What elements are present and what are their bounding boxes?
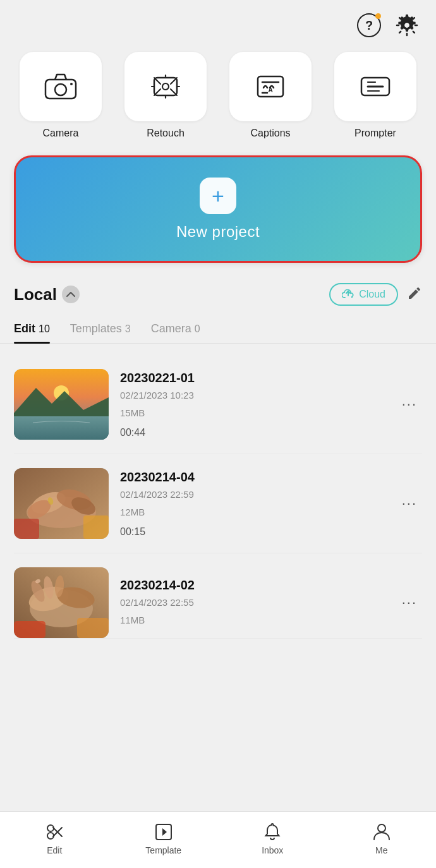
edit-pencil-button[interactable] <box>407 286 422 303</box>
pencil-icon <box>407 286 422 301</box>
project-date: 02/14/2023 22:59 <box>120 487 385 502</box>
project-size: 12MB <box>120 505 385 520</box>
tab-templates-count: 3 <box>125 323 131 334</box>
camera-label: Camera <box>43 128 79 139</box>
cloud-upload-icon <box>342 289 354 299</box>
project-item[interactable]: 20230214-04 02/14/2023 22:59 12MB 00:15 … <box>14 454 422 553</box>
nav-template-label: Template <box>145 845 181 855</box>
help-button[interactable]: ? <box>355 11 383 39</box>
camera-icon <box>44 70 77 103</box>
new-project-button[interactable]: + New project <box>14 155 422 263</box>
local-actions: Cloud <box>329 283 422 306</box>
tab-templates-label: Templates <box>70 322 125 335</box>
project-duration: 00:44 <box>120 427 385 438</box>
nav-me-label: Me <box>375 845 387 855</box>
svg-point-6 <box>162 83 169 90</box>
project-item[interactable]: 20230221-01 02/21/2023 10:23 15MB 00:44 … <box>14 355 422 454</box>
tab-templates[interactable]: Templates 3 <box>70 316 131 343</box>
local-chevron-button[interactable] <box>62 286 80 303</box>
tab-camera[interactable]: Camera 0 <box>151 316 200 343</box>
svg-rect-30 <box>14 621 45 638</box>
new-project-label: New project <box>176 223 260 241</box>
tool-retouch[interactable]: Retouch <box>116 52 215 139</box>
project-thumbnail <box>14 567 109 638</box>
captions-icon: A <box>254 70 287 103</box>
svg-point-1 <box>404 22 410 28</box>
project-info: 20230221-01 02/21/2023 10:23 15MB 00:44 <box>120 371 385 438</box>
help-icon: ? <box>357 13 381 37</box>
svg-point-33 <box>47 825 54 831</box>
svg-point-3 <box>55 84 66 95</box>
bell-icon <box>262 822 282 842</box>
project-size: 11MB <box>120 613 385 628</box>
nav-inbox[interactable]: Inbox <box>218 822 327 858</box>
project-more-button[interactable]: ··· <box>397 490 422 517</box>
project-date: 02/21/2023 10:23 <box>120 388 385 403</box>
local-title-group: Local <box>14 285 80 304</box>
tabs-row: Edit 10 Templates 3 Camera 0 <box>0 316 436 344</box>
project-date: 02/14/2023 22:55 <box>120 595 385 610</box>
project-name: 20230214-02 <box>120 578 385 593</box>
project-more-button[interactable]: ··· <box>397 589 422 616</box>
hands-thumbnail-2 <box>14 567 109 638</box>
svg-rect-39 <box>156 839 171 840</box>
tool-camera[interactable]: Camera <box>11 52 110 139</box>
notification-dot <box>375 13 381 19</box>
tools-row: Camera Retouch A Captions <box>0 45 436 150</box>
gear-icon-svg <box>395 13 419 37</box>
bottom-nav: Edit Template Inbox Me <box>0 811 436 868</box>
project-name: 20230221-01 <box>120 371 385 385</box>
svg-point-34 <box>47 833 54 839</box>
landscape-thumbnail <box>14 369 109 440</box>
project-list: 20230221-01 02/21/2023 10:23 15MB 00:44 … <box>0 349 436 702</box>
tab-edit-label: Edit <box>14 322 39 335</box>
scissors-icon <box>44 822 64 842</box>
camera-icon-box <box>20 52 102 121</box>
prompter-label: Prompter <box>354 128 396 139</box>
project-duration: 00:15 <box>120 526 385 538</box>
project-more-button[interactable]: ··· <box>397 391 422 418</box>
project-thumbnail <box>14 369 109 440</box>
svg-rect-31 <box>77 618 109 638</box>
project-thumbnail <box>14 468 109 539</box>
nav-edit[interactable]: Edit <box>0 822 109 858</box>
svg-marker-38 <box>162 828 167 836</box>
tab-edit-count: 10 <box>39 323 50 334</box>
settings-button[interactable] <box>393 11 421 39</box>
header: ? <box>0 0 436 45</box>
local-header: Local Cloud <box>0 278 436 316</box>
retouch-label: Retouch <box>147 128 185 139</box>
svg-rect-22 <box>83 515 109 539</box>
tab-camera-label: Camera <box>151 322 195 335</box>
hands-thumbnail-1 <box>14 468 109 539</box>
tool-captions[interactable]: A Captions <box>221 52 320 139</box>
svg-rect-13 <box>14 416 109 440</box>
prompter-icon-box <box>334 52 416 121</box>
prompter-icon <box>359 70 392 103</box>
nav-me[interactable]: Me <box>327 822 437 858</box>
svg-rect-21 <box>14 519 39 539</box>
tab-camera-count: 0 <box>195 323 200 334</box>
cloud-button[interactable]: Cloud <box>329 283 398 306</box>
captions-icon-box: A <box>229 52 312 121</box>
person-icon <box>372 822 392 842</box>
project-info: 20230214-04 02/14/2023 22:59 12MB 00:15 <box>120 470 385 538</box>
tool-prompter[interactable]: Prompter <box>326 52 425 139</box>
project-item[interactable]: 20230214-02 02/14/2023 22:55 11MB ··· <box>14 553 422 639</box>
retouch-icon-box <box>124 52 207 121</box>
template-icon <box>154 822 174 842</box>
retouch-icon <box>149 70 182 103</box>
nav-inbox-label: Inbox <box>262 845 283 855</box>
svg-point-40 <box>378 824 385 832</box>
chevron-up-icon <box>66 291 75 298</box>
nav-template[interactable]: Template <box>109 822 219 858</box>
local-title: Local <box>14 285 57 304</box>
project-name: 20230214-04 <box>120 470 385 485</box>
project-size: 15MB <box>120 406 385 421</box>
cloud-button-label: Cloud <box>359 289 385 300</box>
svg-text:A: A <box>268 87 272 93</box>
new-project-plus-icon: + <box>200 178 236 214</box>
nav-edit-label: Edit <box>47 845 62 855</box>
tab-edit[interactable]: Edit 10 <box>14 316 50 343</box>
project-info: 20230214-02 02/14/2023 22:55 11MB <box>120 578 385 628</box>
